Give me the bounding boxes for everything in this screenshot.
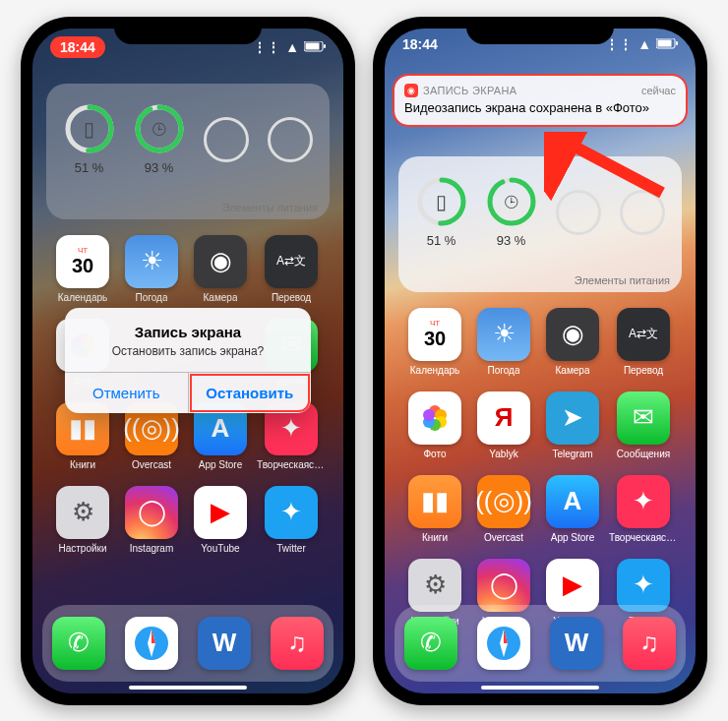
- app-camera[interactable]: ◉Камера: [540, 308, 605, 376]
- app-photos[interactable]: Фото: [402, 391, 467, 459]
- app-calendar[interactable]: ЧТ30Календарь: [402, 308, 467, 376]
- svg-point-30: [423, 409, 435, 421]
- app-vk[interactable]: W: [550, 617, 603, 670]
- youtube-icon: ▶: [546, 559, 599, 612]
- home-screen: 18:44 ⋮⋮ ▲ ◉ЗАПИСЬ ЭКРАНА сейчас Видеоза…: [385, 29, 696, 693]
- notch: [466, 17, 614, 44]
- svg-rect-18: [676, 41, 678, 45]
- phone-device-icon: ▯: [416, 176, 467, 227]
- shortcuts-icon: ✦: [617, 475, 670, 528]
- watch-device-icon: ⌚︎: [486, 176, 537, 227]
- notch: [114, 17, 262, 44]
- app-shortcuts[interactable]: ✦Творческаясту...: [609, 475, 678, 543]
- widget-label: Элементы питания: [575, 274, 670, 286]
- battery-icon: [304, 41, 326, 52]
- wifi-icon: ▲: [637, 36, 651, 52]
- notification-app-name: ЗАПИСЬ ЭКРАНА: [423, 85, 516, 96]
- phone-right: 18:44 ⋮⋮ ▲ ◉ЗАПИСЬ ЭКРАНА сейчас Видеоза…: [373, 17, 707, 705]
- app-yablyk[interactable]: ЯYablyk: [471, 391, 536, 459]
- alert-title: Запись экрана: [65, 308, 311, 344]
- app-phone[interactable]: ✆: [404, 617, 457, 670]
- app-books[interactable]: ▮▮Книги: [402, 475, 467, 543]
- app-weather[interactable]: ☀︎Погода: [471, 308, 536, 376]
- twitter-icon: ✦: [617, 559, 670, 612]
- status-time: 18:44: [402, 36, 438, 52]
- battery-ring-phone: ▯: [416, 176, 467, 227]
- battery-icon: [656, 38, 678, 49]
- cellular-icon: ⋮⋮: [605, 36, 633, 52]
- home-indicator[interactable]: [129, 686, 247, 690]
- svg-rect-2: [324, 44, 326, 48]
- battery-pct-watch: 93 %: [486, 233, 537, 248]
- status-icons: ⋮⋮ ▲: [605, 36, 678, 52]
- callout-arrow: [544, 132, 672, 201]
- alert-message: Остановить запись экрана?: [65, 344, 311, 372]
- notification-time: сейчас: [641, 85, 676, 96]
- instagram-icon: ◯: [477, 559, 530, 612]
- screen-record-alert: Запись экрана Остановить запись экрана? …: [65, 308, 311, 413]
- notification-banner[interactable]: ◉ЗАПИСЬ ЭКРАНА сейчас Видеозапись экрана…: [394, 76, 686, 125]
- messages-icon: ✉︎: [617, 391, 670, 445]
- home-indicator[interactable]: [481, 686, 599, 690]
- app-messages[interactable]: ✉︎Сообщения: [609, 391, 678, 459]
- app-grid: ЧТ30Календарь ☀︎Погода ◉Камера A⇄文Перево…: [385, 308, 696, 627]
- app-appstore[interactable]: AApp Store: [540, 475, 605, 543]
- phone-left: 18:44 ⋮⋮ ▲ ▯ 51 % ⌚︎: [21, 17, 355, 705]
- wifi-icon: ▲: [285, 39, 299, 55]
- camera-icon: ◉: [546, 308, 599, 361]
- app-translate[interactable]: A⇄文Перевод: [609, 308, 678, 376]
- app-overcast[interactable]: ((◎))Overcast: [471, 475, 536, 543]
- svg-rect-17: [658, 40, 672, 47]
- cellular-icon: ⋮⋮: [253, 39, 280, 55]
- gear-icon: ⚙︎: [408, 559, 461, 612]
- notification-app-icon: ◉: [404, 84, 418, 97]
- notification-body: Видеозапись экрана сохранена в «Фото»: [404, 100, 676, 115]
- battery-ring-watch: ⌚︎: [486, 176, 537, 227]
- dock: ✆ W ♫: [394, 605, 686, 682]
- telegram-icon: ➤: [546, 391, 599, 445]
- yablyk-icon: Я: [477, 391, 530, 445]
- photos-icon: [408, 391, 461, 445]
- app-safari[interactable]: [477, 617, 530, 670]
- status-icons: ⋮⋮ ▲: [253, 36, 326, 58]
- status-time-recording[interactable]: 18:44: [50, 36, 105, 58]
- alert-overlay: Запись экрана Остановить запись экрана? …: [32, 29, 343, 693]
- translate-icon: A⇄文: [617, 308, 670, 361]
- overcast-icon: ((◎)): [477, 475, 530, 528]
- app-telegram[interactable]: ➤Telegram: [540, 391, 605, 459]
- svg-line-20: [558, 138, 662, 193]
- appstore-icon: A: [546, 475, 599, 528]
- weather-icon: ☀︎: [477, 308, 530, 361]
- home-screen-dimmed: 18:44 ⋮⋮ ▲ ▯ 51 % ⌚︎: [32, 29, 343, 693]
- battery-pct-phone: 51 %: [416, 233, 467, 248]
- cancel-button[interactable]: Отменить: [65, 373, 189, 413]
- app-music[interactable]: ♫: [623, 617, 676, 670]
- svg-rect-1: [306, 43, 320, 50]
- books-icon: ▮▮: [408, 475, 461, 528]
- stop-button[interactable]: Остановить: [189, 373, 312, 413]
